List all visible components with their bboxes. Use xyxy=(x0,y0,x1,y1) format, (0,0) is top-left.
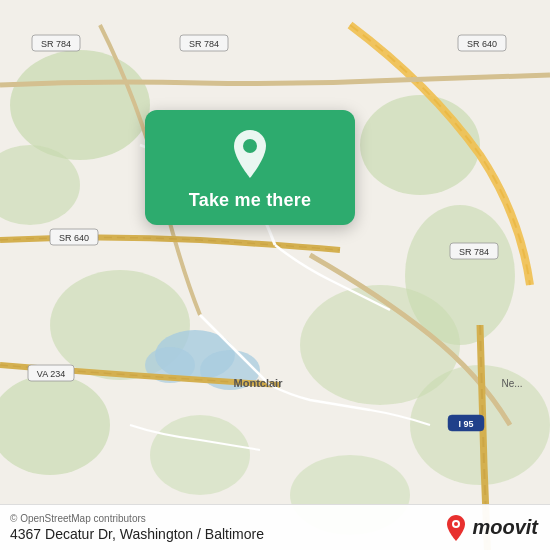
svg-point-31 xyxy=(243,139,257,153)
navigation-card: Take me there xyxy=(145,110,355,225)
svg-point-6 xyxy=(0,375,110,475)
take-me-there-button[interactable]: Take me there xyxy=(189,190,311,211)
svg-text:Montclair: Montclair xyxy=(234,377,284,389)
moovit-pin-icon xyxy=(444,514,468,542)
moovit-brand-text: moovit xyxy=(472,516,538,539)
address-text: 4367 Decatur Dr, Washington / Baltimore xyxy=(10,526,264,542)
svg-point-33 xyxy=(454,522,458,526)
svg-text:VA 234: VA 234 xyxy=(37,369,65,379)
svg-text:SR 784: SR 784 xyxy=(189,39,219,49)
svg-text:SR 640: SR 640 xyxy=(467,39,497,49)
svg-point-7 xyxy=(150,415,250,495)
copyright-text: © OpenStreetMap contributors xyxy=(10,513,264,524)
svg-point-2 xyxy=(360,95,480,195)
svg-text:SR 784: SR 784 xyxy=(459,247,489,257)
location-pin-icon xyxy=(224,128,276,180)
svg-text:SR 640: SR 640 xyxy=(59,233,89,243)
svg-text:I 95: I 95 xyxy=(458,419,473,429)
map-container: SR 784 SR 784 SR 640 Dale City SR 640 SR… xyxy=(0,0,550,550)
svg-text:Ne...: Ne... xyxy=(501,378,522,389)
bottom-bar-left: © OpenStreetMap contributors 4367 Decatu… xyxy=(10,513,264,542)
bottom-bar: © OpenStreetMap contributors 4367 Decatu… xyxy=(0,504,550,550)
moovit-logo: moovit xyxy=(444,514,538,542)
svg-text:SR 784: SR 784 xyxy=(41,39,71,49)
map-svg: SR 784 SR 784 SR 640 Dale City SR 640 SR… xyxy=(0,0,550,550)
svg-point-0 xyxy=(10,50,150,160)
